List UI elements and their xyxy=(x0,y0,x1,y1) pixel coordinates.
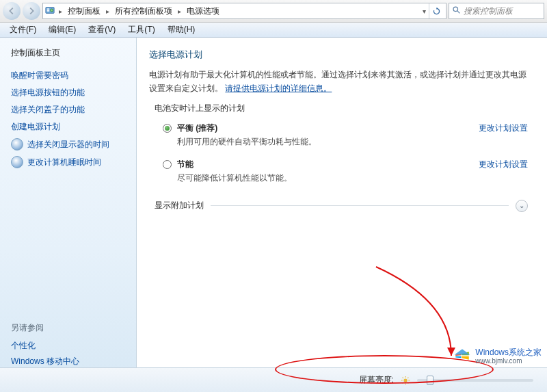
address-bar: ▸ 控制面板 ▸ 所有控制面板项 ▸ 电源选项 ▾ 搜索控制面板 xyxy=(0,0,547,23)
watermark: Windows系统之家 www.bjmlv.com xyxy=(453,347,542,365)
brightness-label: 屏幕亮度: xyxy=(359,374,394,386)
brightness-slider[interactable] xyxy=(417,379,533,382)
svg-rect-2 xyxy=(47,10,50,12)
svg-line-12 xyxy=(408,382,408,383)
expander-label: 显示附加计划 xyxy=(155,200,204,211)
refresh-button[interactable] xyxy=(429,3,444,18)
svg-point-3 xyxy=(51,9,53,12)
sun-dim-icon xyxy=(401,376,410,385)
show-additional-plans[interactable]: 显示附加计划 ⌄ xyxy=(155,199,528,212)
intro-details-link[interactable]: 请提供电源计划的详细信息。 xyxy=(225,83,332,93)
bottom-bar: 屏幕亮度: xyxy=(0,367,547,392)
breadcrumb[interactable]: ▸ 控制面板 ▸ 所有控制面板项 ▸ 电源选项 ▾ xyxy=(42,3,446,19)
page-title: 选择电源计划 xyxy=(149,49,533,61)
sidebar-link-create-plan[interactable]: 创建电源计划 xyxy=(11,118,126,135)
plan-balanced-name: 平衡 (推荐) xyxy=(177,122,317,134)
plan-balanced-change-link[interactable]: 更改计划设置 xyxy=(479,122,528,134)
windows-logo-icon xyxy=(453,347,471,365)
menu-file[interactable]: 文件(F) xyxy=(4,23,42,37)
plan-power-saver-change-link[interactable]: 更改计划设置 xyxy=(479,159,528,170)
slider-thumb[interactable] xyxy=(427,376,433,385)
chevron-down-icon: ⌄ xyxy=(516,200,528,212)
chevron-right-icon: ▸ xyxy=(176,8,183,15)
sidebar-link-turn-off-display[interactable]: 选择关闭显示器的时间 xyxy=(11,135,126,153)
plan-power-saver: 节能 尽可能降低计算机性能以节能。 更改计划设置 xyxy=(149,156,533,192)
menu-tools[interactable]: 工具(T) xyxy=(122,23,160,37)
svg-rect-1 xyxy=(47,8,50,10)
breadcrumb-item[interactable]: 所有控制面板项 xyxy=(112,5,175,17)
plan-balanced: 平衡 (推荐) 利用可用的硬件自动平衡功耗与性能。 更改计划设置 xyxy=(149,120,533,156)
watermark-title: Windows系统之家 xyxy=(475,348,542,357)
control-panel-home-link[interactable]: 控制面板主页 xyxy=(11,47,126,59)
svg-line-11 xyxy=(403,377,403,378)
sidebar-link-label: 选择关闭显示器的时间 xyxy=(27,139,109,151)
back-button[interactable] xyxy=(3,2,21,20)
breadcrumb-item[interactable]: 电源选项 xyxy=(184,5,222,17)
plan-balanced-desc: 利用可用的硬件自动平衡功耗与性能。 xyxy=(177,136,317,148)
intro-text: 电源计划有助于最大化计算机的性能或者节能。通过选择计划来将其激活，或选择计划并通… xyxy=(149,68,533,96)
main-content: 选择电源计划 电源计划有助于最大化计算机的性能或者节能。通过选择计划来将其激活，… xyxy=(137,38,547,392)
svg-point-4 xyxy=(453,7,458,12)
menu-bar: 文件(F) 编辑(E) 查看(V) 工具(T) 帮助(H) xyxy=(0,23,547,38)
breadcrumb-item[interactable]: 控制面板 xyxy=(65,5,103,17)
sidebar-link-power-button[interactable]: 选择电源按钮的功能 xyxy=(11,84,126,101)
chevron-right-icon: ▸ xyxy=(105,8,111,15)
plan-power-saver-radio[interactable] xyxy=(163,160,172,169)
intro-prefix: 电源计划有助于最大化计算机的性能或者节能。通过选择计划来将其激活，或选择计划并通… xyxy=(149,70,526,93)
svg-line-5 xyxy=(457,11,459,13)
plan-balanced-radio[interactable] xyxy=(163,124,172,133)
sidebar-link-close-lid[interactable]: 选择关闭盖子的功能 xyxy=(11,101,126,118)
svg-line-14 xyxy=(408,377,408,378)
svg-point-6 xyxy=(403,378,407,382)
dropdown-icon[interactable]: ▾ xyxy=(421,8,427,15)
sidebar-link-password[interactable]: 唤醒时需要密码 xyxy=(11,67,126,84)
sidebar: 控制面板主页 唤醒时需要密码 选择电源按钮的功能 选择关闭盖子的功能 创建电源计… xyxy=(0,38,137,392)
plan-power-saver-name: 节能 xyxy=(177,159,292,170)
plan-power-saver-desc: 尽可能降低计算机性能以节能。 xyxy=(177,172,292,184)
search-input[interactable]: 搜索控制面板 xyxy=(449,3,544,19)
see-also-title: 另请参阅 xyxy=(11,322,126,334)
see-also-personalization[interactable]: 个性化 xyxy=(11,338,126,354)
search-icon xyxy=(452,5,461,16)
control-panel-icon xyxy=(45,5,56,16)
search-placeholder: 搜索控制面板 xyxy=(464,5,513,17)
sidebar-link-label: 更改计算机睡眠时间 xyxy=(27,157,101,168)
sidebar-link-sleep-time[interactable]: 更改计算机睡眠时间 xyxy=(11,153,126,171)
plans-section-title: 电池安时计上显示的计划 xyxy=(155,103,533,114)
svg-line-13 xyxy=(403,382,403,383)
menu-help[interactable]: 帮助(H) xyxy=(162,23,201,37)
menu-edit[interactable]: 编辑(E) xyxy=(43,23,81,37)
divider xyxy=(211,205,509,206)
menu-view[interactable]: 查看(V) xyxy=(83,23,121,37)
chevron-right-icon: ▸ xyxy=(57,8,64,15)
watermark-url: www.bjmlv.com xyxy=(475,357,542,365)
forward-button[interactable] xyxy=(23,2,40,20)
